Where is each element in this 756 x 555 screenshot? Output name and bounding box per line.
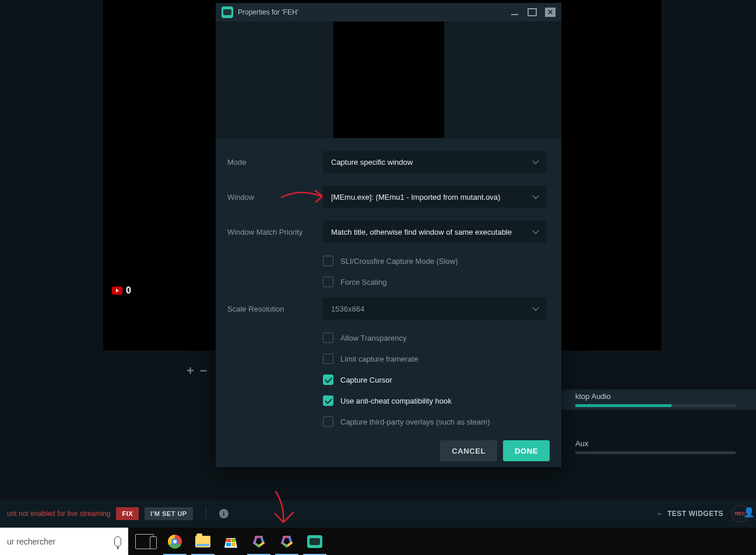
status-bar: unt not enabled for live streaming FIX I… <box>0 500 756 528</box>
mixer-aux[interactable]: Aux <box>561 437 756 457</box>
add-source-button[interactable]: + <box>187 363 194 379</box>
taskbar-chrome[interactable] <box>161 528 189 555</box>
store-icon <box>224 535 237 548</box>
taskbar-store[interactable] <box>217 528 245 555</box>
test-widgets-button[interactable]: ← TEST WIDGETS <box>657 510 724 518</box>
chevron-down-icon <box>532 227 539 234</box>
priority-value: Match title, otherwise find window of sa… <box>331 228 512 236</box>
cancel-button[interactable]: CANCEL <box>440 440 497 461</box>
mode-value: Capture specific window <box>331 158 413 167</box>
done-button[interactable]: DONE <box>503 440 550 461</box>
overlays-checkbox[interactable] <box>323 416 333 427</box>
sli-label: SLI/Crossfire Capture Mode (Slow) <box>340 257 458 266</box>
chevron-down-icon <box>532 157 539 164</box>
contacts-icon[interactable]: 👤 <box>743 507 755 518</box>
chevron-down-icon <box>532 192 539 199</box>
taskbar-app2[interactable] <box>273 528 301 555</box>
limit-framerate-label: Limit capture framerate <box>340 355 419 363</box>
pentagon-icon <box>252 535 266 549</box>
test-widgets-label: TEST WIDGETS <box>667 510 723 518</box>
window-select[interactable]: [MEmu.exe]: (MEmu1 - Imported from mutan… <box>323 186 546 208</box>
properties-dialog: Properties for 'FEH' ✕ Mode Capture spec… <box>216 3 561 467</box>
viewer-count: 0 <box>112 285 131 296</box>
force-scaling-label: Force Scaling <box>340 278 386 287</box>
anticheat-label: Use anti-cheat compatibility hook <box>340 397 452 405</box>
mixer-aux-label: Aux <box>575 439 588 448</box>
taskbar-search[interactable]: ur rechercher <box>0 528 128 555</box>
priority-label: Window Match Priority <box>227 228 323 236</box>
maximize-button[interactable] <box>528 8 537 16</box>
capture-cursor-checkbox[interactable] <box>323 374 333 385</box>
dialog-title: Properties for 'FEH' <box>238 8 298 16</box>
scale-label: Scale Resolution <box>227 305 323 313</box>
capture-cursor-label: Capture Cursor <box>340 376 392 384</box>
mixer-desktop-meter <box>575 404 736 407</box>
sli-checkbox[interactable] <box>323 256 333 266</box>
chrome-icon <box>168 535 182 549</box>
force-scaling-checkbox[interactable] <box>323 277 333 287</box>
scale-select[interactable]: 1536x864 <box>323 298 546 320</box>
taskbar-app1[interactable] <box>245 528 273 555</box>
minimize-button[interactable] <box>510 8 519 16</box>
status-warning: unt not enabled for live streaming <box>7 510 110 518</box>
search-placeholder: ur rechercher <box>7 537 55 546</box>
taskbar-explorer[interactable] <box>189 528 217 555</box>
pentagon-icon <box>280 535 294 549</box>
mixer-desktop-label: ktop Audio <box>575 392 611 401</box>
viewer-count-value: 0 <box>126 285 131 296</box>
window-label: Window <box>227 193 323 202</box>
limit-framerate-checkbox[interactable] <box>323 353 333 364</box>
source-preview-content <box>333 22 444 138</box>
fix-button[interactable]: FIX <box>116 507 139 520</box>
info-icon[interactable]: i <box>219 509 228 518</box>
close-button[interactable]: ✕ <box>545 8 555 17</box>
mode-label: Mode <box>227 158 323 167</box>
arrow-left-icon: ← <box>657 510 664 518</box>
mixer-aux-meter <box>575 451 736 454</box>
taskbar-streamlabs[interactable] <box>301 528 329 555</box>
taskbar: ur rechercher <box>0 528 756 555</box>
streamlabs-icon <box>307 535 322 548</box>
divider <box>206 508 206 519</box>
overlays-label: Capture third-party overlays (such as st… <box>340 418 490 426</box>
folder-icon <box>195 536 210 547</box>
scale-value: 1536x864 <box>331 305 364 313</box>
source-preview <box>216 22 561 138</box>
mixer-desktop-audio[interactable]: ktop Audio <box>561 390 756 410</box>
microphone-icon[interactable] <box>114 536 121 547</box>
transparency-label: Allow Transparency <box>340 334 406 342</box>
anticheat-checkbox[interactable] <box>323 395 333 406</box>
youtube-icon <box>112 287 122 295</box>
task-view-button[interactable] <box>135 534 154 549</box>
window-value: [MEmu.exe]: (MEmu1 - Imported from mutan… <box>331 193 500 202</box>
remove-source-button[interactable]: − <box>200 363 208 379</box>
dialog-titlebar[interactable]: Properties for 'FEH' ✕ <box>216 3 561 22</box>
mode-select[interactable]: Capture specific window <box>323 151 546 173</box>
transparency-checkbox[interactable] <box>323 333 333 343</box>
priority-select[interactable]: Match title, otherwise find window of sa… <box>323 221 546 243</box>
chevron-down-icon <box>532 304 539 310</box>
im-set-up-button[interactable]: I'M SET UP <box>145 507 193 520</box>
app-icon <box>221 6 233 18</box>
